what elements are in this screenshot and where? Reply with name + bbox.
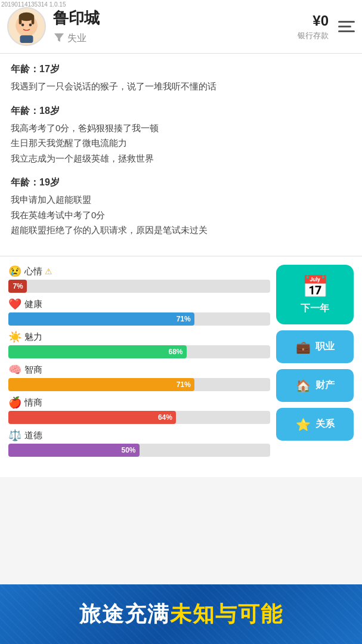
stat-name: 智商 [24,364,42,376]
stats-left: 😢心情⚠7%❤️健康71%☀️魅力68%🧠智商71%🍎情商64%⚖️道德50% [8,265,276,469]
top-bar: 鲁印城 失业 ¥0 银行存款 [0,0,362,54]
stat-header: 🧠智商 [8,363,270,376]
story-line: 我在英雄考试中考了0分 [11,208,351,223]
stat-header: ⚖️道德 [8,429,270,442]
relation-label: 关系 [315,418,335,431]
stat-emoji: ☀️ [8,330,21,343]
age-label: 年龄：18岁 [11,105,351,117]
stat-bar-text: 71% [177,315,191,323]
property-label: 财产 [315,379,335,392]
stat-row: 😢心情⚠7% [8,265,270,293]
stat-row: ❤️健康71% [8,298,270,326]
stat-name: 心情 [24,266,42,277]
stat-bar-container: 71% [8,312,270,326]
stat-bar-container: 68% [8,345,270,358]
stat-bar-container: 7% [8,280,270,293]
bank-label: 银行存款 [298,30,329,41]
bottom-banner: 旅途充满未知与可能 [0,584,362,644]
stat-emoji: ❤️ [8,298,21,311]
story-area: 年龄：17岁我遇到了一只会说话的猴子，说了一堆我听不懂的话年龄：18岁我高考考了… [0,54,362,256]
stat-bar-fill: 64% [8,411,176,424]
stat-bar-text: 7% [13,282,23,290]
player-name: 鲁印城 [53,8,298,29]
stat-bar-text: 64% [158,413,172,422]
menu-icon[interactable] [338,21,355,32]
version-tag: 20190114135314 1.0.15 [1,1,66,8]
stat-bar-fill: 71% [8,312,194,326]
story-line: 我立志成为一个超级英雄，拯救世界 [11,151,351,166]
svg-point-5 [29,23,32,26]
banner-white-text: 旅途充满 [79,602,170,626]
banner-text: 旅途充满未知与可能 [79,600,283,629]
stat-bar-container: 64% [8,411,270,424]
stat-bar-text: 71% [177,380,191,389]
stat-row: ⚖️道德50% [8,429,270,457]
banner-gold-text: 未知与可能 [170,602,283,626]
stat-header: 😢心情⚠ [8,265,270,278]
stat-header: ☀️魅力 [8,330,270,343]
career-label: 职业 [315,340,335,353]
stat-name: 魅力 [24,332,42,343]
stat-row: 🧠智商71% [8,363,270,391]
stat-bar-text: 68% [168,348,182,356]
age-label: 年龄：19岁 [11,177,351,189]
avatar [7,7,46,46]
stats-area: 😢心情⚠7%❤️健康71%☀️魅力68%🧠智商71%🍎情商64%⚖️道德50% … [0,256,362,477]
story-entry: 年龄：19岁我申请加入超能联盟我在英雄考试中考了0分超能联盟拒绝了你的入职请求，… [11,177,351,238]
stat-bar-fill: 50% [8,444,140,457]
story-line: 我遇到了一只会说话的猴子，说了一堆我听不懂的话 [11,79,351,94]
stat-header: 🍎情商 [8,396,270,409]
calendar-icon: 📅 [302,274,329,299]
bank-amount: ¥0 [313,13,329,29]
stat-bar-fill: 71% [8,378,194,391]
story-line: 超能联盟拒绝了你的入职请求，原因是笔试未过关 [11,222,351,238]
property-icon: 🏠 [296,379,311,393]
warning-icon: ⚠ [45,267,52,276]
stat-emoji: 😢 [8,265,21,278]
svg-point-4 [21,23,24,26]
relation-icon: ⭐ [296,417,311,432]
status-text: 失业 [67,32,86,45]
stat-bar-fill: 7% [8,280,27,293]
stat-row: 🍎情商64% [8,396,270,424]
stat-header: ❤️健康 [8,298,270,311]
stats-right: 📅 下一年 💼 职业 🏠 财产 ⭐ 关系 [276,265,354,469]
next-year-label: 下一年 [301,302,329,315]
stat-bar-text: 50% [121,446,135,454]
age-label: 年龄：17岁 [11,63,351,76]
stat-emoji: ⚖️ [8,429,21,442]
bank-section: ¥0 银行存款 [298,13,329,41]
story-entry: 年龄：18岁我高考考了0分，爸妈狠狠揍了我一顿生日那天我觉醒了微电流能力我立志成… [11,105,351,166]
player-status: 失业 [53,31,298,45]
stat-emoji: 🧠 [8,363,21,376]
svg-rect-3 [32,17,35,24]
career-button[interactable]: 💼 职业 [276,330,354,363]
stat-bar-container: 50% [8,444,270,457]
next-year-button[interactable]: 📅 下一年 [276,265,354,324]
property-button[interactable]: 🏠 财产 [276,369,354,402]
career-icon: 💼 [296,340,311,354]
relation-button[interactable]: ⭐ 关系 [276,408,354,441]
stat-emoji: 🍎 [8,396,21,409]
story-line: 我高考考了0分，爸妈狠狠揍了我一顿 [11,120,351,136]
status-icon [53,31,65,45]
stat-name: 情商 [24,397,42,408]
stat-name: 道德 [24,430,42,441]
svg-rect-6 [20,35,33,43]
story-line: 我申请加入超能联盟 [11,192,351,208]
player-info: 鲁印城 失业 [53,8,298,45]
story-entry: 年龄：17岁我遇到了一只会说话的猴子，说了一堆我听不懂的话 [11,63,351,94]
stat-row: ☀️魅力68% [8,330,270,358]
story-line: 生日那天我觉醒了微电流能力 [11,135,351,151]
stat-bar-container: 71% [8,378,270,391]
stat-bar-fill: 68% [8,345,187,358]
svg-rect-2 [19,17,22,24]
stat-name: 健康 [24,299,42,310]
